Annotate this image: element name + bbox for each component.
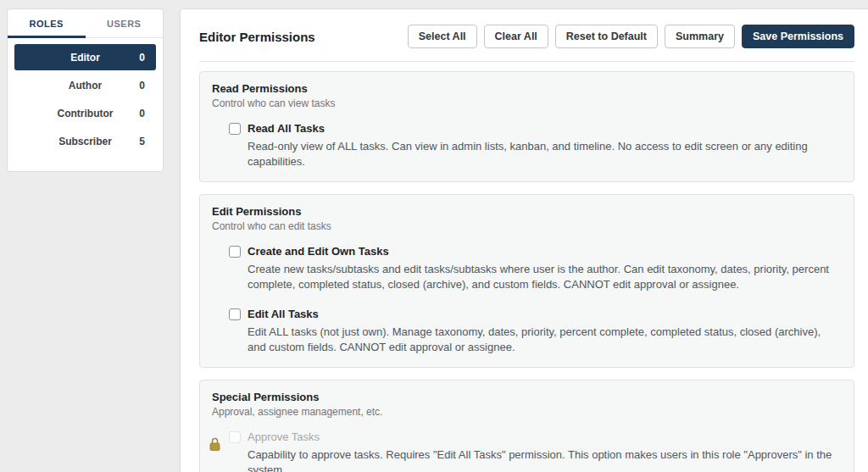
- perm-label[interactable]: Create and Edit Own Tasks: [248, 245, 389, 258]
- section-subtitle: Approval, assignee management, etc.: [212, 406, 842, 418]
- edit-all-tasks-checkbox[interactable]: [229, 308, 241, 320]
- section-title: Edit Permissions: [212, 205, 842, 218]
- perm-label[interactable]: Edit All Tasks: [248, 308, 319, 320]
- role-count-badge: 0: [139, 52, 145, 64]
- section-subtitle: Control who can edit tasks: [212, 220, 842, 232]
- perm-description: Edit ALL tasks (not just own). Manage ta…: [248, 325, 842, 355]
- section-special-permissions: Special Permissions Approval, assignee m…: [199, 380, 854, 472]
- role-count-badge: 0: [139, 108, 145, 119]
- role-name: Contributor: [14, 108, 156, 119]
- role-item-author[interactable]: Author 0: [14, 72, 156, 98]
- section-edit-permissions: Edit Permissions Control who can edit ta…: [199, 194, 854, 368]
- approve-tasks-checkbox-disabled: [229, 431, 241, 443]
- reset-to-default-button[interactable]: Reset to Default: [555, 25, 658, 48]
- section-subtitle: Control who can view tasks: [212, 97, 842, 109]
- section-title: Read Permissions: [212, 82, 842, 95]
- perm-item-approve-tasks: Approve Tasks Capability to approve task…: [229, 430, 842, 472]
- lock-icon: [209, 437, 220, 451]
- tab-roles[interactable]: ROLES: [8, 9, 86, 37]
- read-all-tasks-checkbox[interactable]: [229, 123, 241, 135]
- role-list: Editor 0 Author 0 Contributor 0 Subscrib…: [8, 38, 163, 162]
- section-title: Special Permissions: [212, 391, 842, 403]
- perm-item-edit-all-tasks: Edit All Tasks Edit ALL tasks (not just …: [229, 308, 842, 355]
- create-edit-own-tasks-checkbox[interactable]: [229, 246, 241, 258]
- page-title: Editor Permissions: [199, 30, 315, 44]
- perm-label: Approve Tasks: [248, 430, 320, 443]
- summary-button[interactable]: Summary: [665, 25, 735, 48]
- role-item-subscriber[interactable]: Subscriber 5: [14, 128, 156, 154]
- toolbar: Select All Clear All Reset to Default Su…: [408, 25, 854, 48]
- role-item-contributor[interactable]: Contributor 0: [14, 100, 156, 126]
- roles-sidebar: ROLES USERS Editor 0 Author 0 Contributo…: [7, 8, 164, 172]
- role-name: Author: [14, 80, 156, 92]
- perm-description: Capability to approve tasks. Requires "E…: [248, 447, 842, 472]
- role-count-badge: 5: [139, 136, 145, 147]
- role-name: Editor: [14, 52, 156, 64]
- role-item-editor[interactable]: Editor 0: [14, 44, 156, 70]
- clear-all-button[interactable]: Clear All: [484, 25, 548, 48]
- perm-item-create-edit-own-tasks: Create and Edit Own Tasks Create new tas…: [229, 245, 842, 292]
- perm-description: Read-only view of ALL tasks. Can view in…: [248, 139, 842, 169]
- tab-users[interactable]: USERS: [86, 9, 164, 37]
- section-read-permissions: Read Permissions Control who can view ta…: [199, 71, 854, 182]
- role-name: Subscriber: [14, 136, 156, 147]
- sidebar-tabs: ROLES USERS: [8, 9, 163, 38]
- perm-description: Create new tasks/subtasks and edit tasks…: [248, 262, 842, 292]
- select-all-button[interactable]: Select All: [408, 25, 477, 48]
- perm-item-read-all-tasks: Read All Tasks Read-only view of ALL tas…: [229, 122, 842, 169]
- role-count-badge: 0: [139, 80, 145, 92]
- permissions-panel: Editor Permissions Select All Clear All …: [180, 8, 868, 472]
- perm-label[interactable]: Read All Tasks: [248, 122, 325, 135]
- save-permissions-button[interactable]: Save Permissions: [742, 25, 854, 48]
- panel-header: Editor Permissions Select All Clear All …: [199, 25, 854, 62]
